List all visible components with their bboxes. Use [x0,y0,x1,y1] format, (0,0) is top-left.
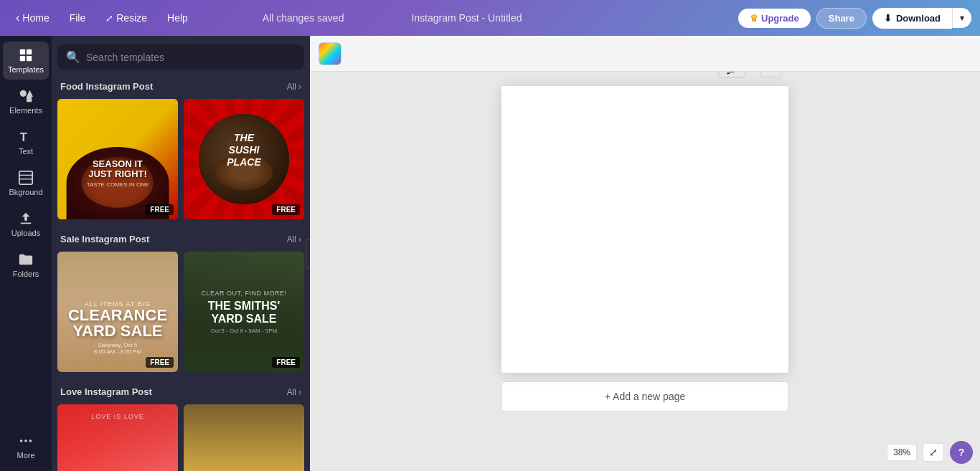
canvas-content: 💬 ⧉ + Add a new page [501,86,788,411]
autosave-status: All changes saved [201,12,406,24]
canvas-page[interactable] [501,86,788,373]
love-section-all[interactable]: All › [287,387,301,397]
share-label: Share [829,13,854,24]
add-page-label: + Add a new page [605,391,686,402]
chevron-right-icon: › [298,82,301,92]
food-template-grid: SEASON ITJUST RIGHT! TASTE COMES IN ONE … [57,99,304,219]
svg-point-4 [20,90,27,97]
download-label: Download [896,13,941,24]
svg-point-13 [24,439,27,442]
upgrade-button[interactable]: ♛ Upgrade [738,9,811,28]
search-bar: 🔍 [57,44,304,70]
text-icon: T [18,129,34,145]
sidebar-more-label: More [17,451,34,460]
sidebar-folders-label: Folders [13,270,39,278]
svg-rect-8 [19,171,32,184]
upload-icon [18,211,34,227]
share-button[interactable]: Share [816,8,867,29]
food-section-all[interactable]: All › [287,82,301,92]
sale-2-badge: FREE [272,357,300,368]
canvas-scroll[interactable]: 💬 ⧉ + Add a new page [310,72,980,471]
icon-sidebar: Templates Elements T Text Bkground Uploa… [0,36,52,471]
comment-icon: 💬 [725,72,739,74]
sidebar-background-label: Bkground [9,188,42,196]
sidebar-elements-label: Elements [9,106,42,115]
sale-section-all[interactable]: All › [287,234,301,244]
duplicate-button[interactable]: ⧉ [760,72,781,77]
love-template-1[interactable]: LOVE IS LOVE LOVEALWAYS [57,404,178,471]
canvas-area: 💬 ⧉ + Add a new page 38% ⤢ [310,36,980,471]
question-mark-icon: ? [958,447,965,458]
sale-template-1[interactable]: ALL ITEMS AT BIG CLEARANCEYARD SALE Satu… [57,252,178,372]
sidebar-item-elements[interactable]: Elements [3,82,49,120]
add-page-button[interactable]: + Add a new page [501,381,788,411]
sidebar-item-background[interactable]: Bkground [3,164,49,202]
chevron-right-icon: › [298,387,301,397]
search-icon: 🔍 [66,50,80,64]
main-layout: Templates Elements T Text Bkground Uploa… [0,36,980,471]
crown-icon: ♛ [750,13,758,24]
file-label: File [70,12,86,24]
svg-point-12 [20,439,23,442]
sidebar-item-templates[interactable]: Templates [3,42,49,80]
food-1-badge: FREE [146,204,174,215]
love-template-grid: LOVE IS LOVE LOVEALWAYS HAPPYVALENTINE'S… [57,404,304,471]
sidebar-uploads-label: Uploads [11,229,40,237]
love-section-header: Love Instagram Post All › [57,386,304,397]
svg-rect-3 [27,56,32,61]
download-button[interactable]: ⬇ Download [872,8,952,29]
love-section-title: Love Instagram Post [60,386,152,397]
sale-section-header: Sale Instagram Post All › [57,234,304,244]
food-template-2[interactable]: THESUSHIPLACE FREE [184,99,304,219]
fullscreen-icon: ⤢ [929,447,938,458]
more-dots-icon [18,433,34,449]
document-title: Instagram Post - Untitled [411,12,522,24]
download-icon: ⬇ [884,13,892,24]
top-navigation: ‹ Home File ⤢ Resize Help All changes sa… [0,0,980,36]
folder-icon [18,252,34,267]
svg-rect-0 [20,49,25,54]
sidebar-item-folders[interactable]: Folders [3,246,49,284]
sale-section-title: Sale Instagram Post [60,234,149,244]
back-icon: ‹ [16,11,19,24]
love-template-2[interactable]: HAPPYVALENTINE'SDAY [184,404,304,471]
color-swatch[interactable] [319,42,341,65]
svg-rect-1 [27,49,32,54]
food-section-title: Food Instagram Post [60,81,153,92]
shapes-icon [18,88,34,104]
svg-rect-11 [21,223,32,224]
svg-marker-6 [27,90,33,97]
resize-icon: ⤢ [105,13,113,24]
comment-button[interactable]: 💬 [718,72,745,78]
sidebar-item-text[interactable]: T Text [3,123,49,161]
templates-panel: 🔍 Food Instagram Post All › [52,36,310,471]
sidebar-item-more[interactable]: More [3,427,49,465]
panel-collapse-button[interactable]: ‹ [306,239,310,268]
sidebar-text-label: Text [19,147,33,156]
zoom-level[interactable]: 38% [887,444,917,461]
sidebar-item-uploads[interactable]: Uploads [3,205,49,243]
canvas-toolbar [310,36,980,72]
download-options-button[interactable]: ▾ [952,8,971,28]
search-input[interactable] [86,52,296,63]
download-group: ⬇ Download ▾ [872,8,971,29]
sale-template-2[interactable]: CLEAR OUT, FIND MORE! THE SMITHS'YARD SA… [184,252,304,372]
home-label: Home [22,12,49,24]
zoom-expand-button[interactable]: ⤢ [923,443,944,462]
home-button[interactable]: ‹ Home [9,7,57,29]
chevron-right-icon: › [298,234,301,244]
duplicate-icon: ⧉ [767,72,775,73]
file-button[interactable]: File [62,8,93,28]
caret-down-icon: ▾ [960,13,964,23]
sale-template-grid: ALL ITEMS AT BIG CLEARANCEYARD SALE Satu… [57,252,304,372]
food-2-badge: FREE [272,204,300,215]
svg-rect-5 [27,97,32,102]
food-section-header: Food Instagram Post All › [57,81,304,92]
resize-button[interactable]: ⤢ Resize [98,8,154,28]
help-button[interactable]: Help [160,8,195,28]
help-button[interactable]: ? [950,441,973,464]
background-icon [18,170,34,186]
sale-1-badge: FREE [146,357,174,368]
svg-rect-2 [20,56,25,61]
food-template-1[interactable]: SEASON ITJUST RIGHT! TASTE COMES IN ONE … [57,99,178,219]
